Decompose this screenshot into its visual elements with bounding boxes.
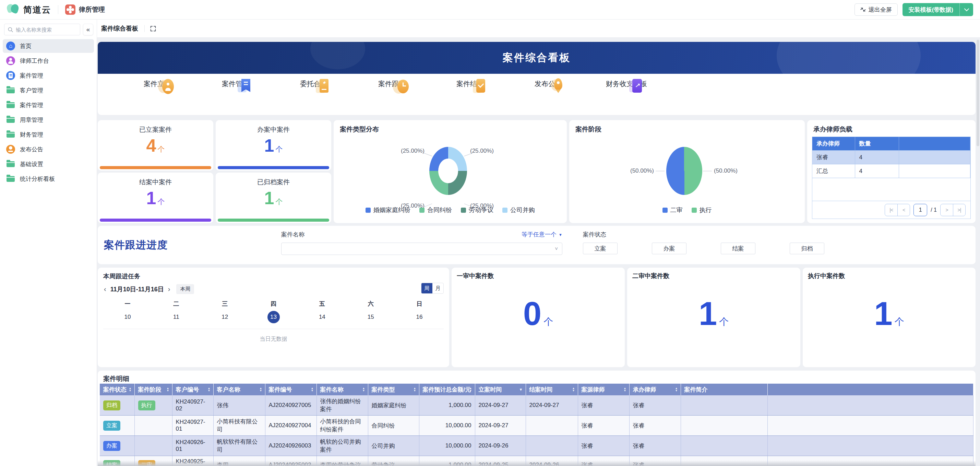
legend-item[interactable]: 劳动争议 xyxy=(461,206,493,214)
counter-execution: 执行中案件数 1个 xyxy=(803,268,975,367)
case-stage-pie[interactable] xyxy=(666,147,702,195)
no-data-text: 当日无数据 xyxy=(98,335,449,343)
page-first-button[interactable]: |< xyxy=(885,204,897,216)
quick-link-announce[interactable]: 发布公告 xyxy=(509,77,587,89)
lawyer-load-table: 承办律师 数量 张睿 4 汇总 4 |< < xyxy=(812,137,971,219)
col-customer-name[interactable]: 客户名称▲▼ xyxy=(213,384,265,395)
quick-link-case-follow[interactable]: 案件跟进 xyxy=(353,77,431,89)
calendar-date[interactable]: 16 xyxy=(395,311,444,323)
quick-link-contract[interactable]: 委托合同 xyxy=(275,77,353,89)
page-last-button[interactable]: >| xyxy=(953,204,965,216)
sidebar-item-case-folder[interactable]: 案件管理 xyxy=(3,98,94,112)
calendar-date-selected[interactable]: 13 xyxy=(249,311,298,323)
col-case-brief[interactable]: 案件简介 xyxy=(681,384,767,395)
status-button-handling[interactable]: 办案 xyxy=(652,243,686,254)
folder-icon xyxy=(6,88,15,93)
folder-icon xyxy=(6,102,15,108)
col-case-status[interactable]: 案件状态▲▼ xyxy=(100,384,134,395)
calendar-date[interactable]: 10 xyxy=(103,311,152,323)
status-button-archive[interactable]: 归档 xyxy=(790,243,824,254)
quick-link-case-manage[interactable]: 案件管理 xyxy=(196,77,275,89)
sidebar-item-seal-management[interactable]: 用章管理 xyxy=(3,113,94,127)
page-number-input[interactable]: 1 xyxy=(913,204,927,216)
stat-value: 4个 xyxy=(98,136,213,155)
exit-fullscreen-button[interactable]: 退出全屏 xyxy=(854,3,898,16)
status-button-closing[interactable]: 结案 xyxy=(721,243,756,254)
col-case-name[interactable]: 案件名称▲▼ xyxy=(317,384,368,395)
sort-icon: ▲▼ xyxy=(311,387,314,392)
table-row[interactable]: 汇总 4 xyxy=(812,164,970,178)
filter-operator-link[interactable]: 等于任意一个▼ xyxy=(522,231,562,238)
page-prev-button[interactable]: < xyxy=(897,204,910,216)
col-customer-id[interactable]: 客户编号▲▼ xyxy=(172,384,213,395)
search-input[interactable] xyxy=(16,27,76,33)
fullscreen-icon[interactable] xyxy=(150,26,156,32)
col-amount[interactable]: 案件预计总金额/元▲▼ xyxy=(419,384,475,395)
announcement-icon xyxy=(6,145,15,154)
sidebar-item-announcement[interactable]: 发布公告 xyxy=(3,142,94,156)
jiandaoyun-logo[interactable]: 简道云 xyxy=(7,4,51,16)
view-month-button[interactable]: 月 xyxy=(433,283,443,294)
lawyer-workbench-icon xyxy=(6,56,15,65)
col-case-id[interactable]: 案件编号▲▼ xyxy=(265,384,317,395)
this-week-button[interactable]: 本周 xyxy=(176,284,194,294)
sidebar-search[interactable] xyxy=(4,24,80,35)
sidebar-item-lawyer-workbench[interactable]: 律师工作台 xyxy=(3,54,94,68)
caret-down-icon: ▼ xyxy=(558,233,562,237)
col-case-type[interactable]: 案件类型▲▼ xyxy=(368,384,419,395)
table-row[interactable]: 张睿 4 xyxy=(812,151,970,164)
case-doc-icon xyxy=(6,71,15,80)
quick-link-case-close[interactable]: 案件结案 xyxy=(431,77,509,89)
calendar-prev-icon[interactable]: ‹ xyxy=(103,285,107,293)
col-handling-lawyer[interactable]: 承办律师▲▼ xyxy=(629,384,681,395)
donut-hole xyxy=(438,158,458,183)
table-row[interactable]: 归档 执行 KH240927-02 张伟 AJ20240927005 张伟的婚姻… xyxy=(100,395,974,416)
legend-item[interactable]: 执行 xyxy=(692,206,712,214)
folder-icon xyxy=(6,161,15,167)
calendar-date[interactable]: 12 xyxy=(200,311,249,323)
quick-link-finance-board[interactable]: 财务收支看板 xyxy=(587,77,665,89)
col-case-stage[interactable]: 案件阶段▲▼ xyxy=(134,384,172,395)
legend-item[interactable]: 婚姻家庭纠纷 xyxy=(366,206,410,214)
stat-value: 1个 xyxy=(216,136,331,155)
top-bar: 简道云 律所管理 退出全屏 安装模板(带数据) xyxy=(0,0,980,19)
sort-icon: ▲▼ xyxy=(572,387,575,392)
sidebar-item-customer-management[interactable]: 客户管理 xyxy=(3,83,94,97)
sidebar-item-basic-settings[interactable]: 基础设置 xyxy=(3,157,94,171)
page-title: 案件综合看板 xyxy=(101,24,138,33)
quick-link-case-filing[interactable]: 案件立案 xyxy=(118,77,196,89)
legend-item[interactable]: 合同纠纷 xyxy=(419,206,452,214)
case-name-select[interactable]: ˅ xyxy=(281,243,562,255)
lawyer-load-card: 承办律师负载 承办律师 数量 张睿 4 汇总 4 xyxy=(807,120,975,223)
calendar-range: 11月10日-11月16日 xyxy=(110,285,164,294)
sidebar-collapse-button[interactable]: « xyxy=(83,24,93,35)
install-template-button[interactable]: 安装模板(带数据) xyxy=(902,3,959,16)
case-name-filter: 案件名称 等于任意一个▼ ˅ xyxy=(281,231,562,255)
page-next-button[interactable]: > xyxy=(940,204,953,216)
calendar-date[interactable]: 11 xyxy=(152,311,200,323)
calendar-date[interactable]: 15 xyxy=(346,311,395,323)
legend-item[interactable]: 公司并购 xyxy=(502,206,535,214)
sort-icon: ▲▼ xyxy=(675,387,678,392)
install-template-dropdown[interactable] xyxy=(959,3,973,16)
stage-badge: 执行 xyxy=(138,401,155,410)
legend-item[interactable]: 二审 xyxy=(662,206,683,214)
stat-card-filed: 已立案案件 4个 xyxy=(98,120,213,171)
case-status-filter: 案件状态 立案 办案 结案 归档 xyxy=(583,231,859,254)
divider xyxy=(144,25,145,32)
view-week-button[interactable]: 周 xyxy=(422,283,433,294)
col-source-lawyer[interactable]: 案源律师▲▼ xyxy=(578,384,629,395)
sidebar-item-statistics-board[interactable]: 统计分析看板 xyxy=(3,172,94,186)
sidebar-item-finance-management[interactable]: 财务管理 xyxy=(3,128,94,141)
sidebar-item-home[interactable]: 首页 xyxy=(3,39,94,53)
sidebar-item-case-management[interactable]: 案件管理 xyxy=(3,69,94,82)
calendar-date[interactable]: 14 xyxy=(298,311,346,323)
vertical-scrollbar[interactable] xyxy=(977,40,979,464)
status-button-filing[interactable]: 立案 xyxy=(583,243,617,254)
table-row[interactable]: 立案 KH240927-01 小简科技有限公司 AJ20240927004 小简… xyxy=(100,416,974,436)
calendar-next-icon[interactable]: › xyxy=(167,285,171,293)
col-filing-date[interactable]: 立案时间▼ xyxy=(475,384,526,395)
col-closing-date[interactable]: 结案时间▲▼ xyxy=(526,384,578,395)
table-row[interactable]: 办案 KH240926-01 帆软软件有限公司 AJ20240926003 帆软… xyxy=(100,436,974,456)
counter-first-instance: 一审中案件数 0个 xyxy=(452,268,625,367)
